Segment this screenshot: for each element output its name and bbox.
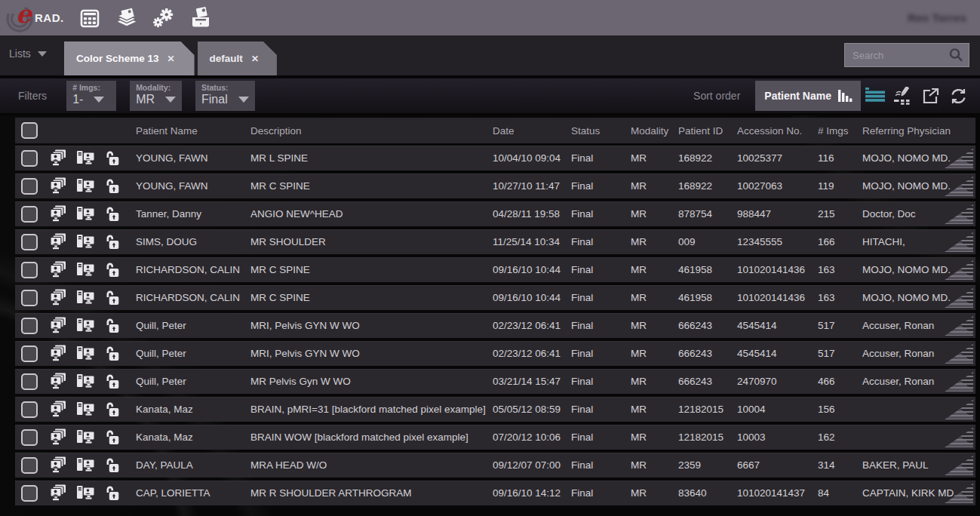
study-images-stack-icon[interactable] bbox=[44, 177, 71, 195]
studies-stack-icon[interactable] bbox=[115, 7, 138, 29]
workstation-viewer-icon[interactable] bbox=[71, 484, 99, 502]
workstation-viewer-icon[interactable] bbox=[71, 317, 99, 334]
column-header-description[interactable]: Description bbox=[250, 125, 493, 137]
column-header-status[interactable]: Status bbox=[571, 125, 631, 137]
study-images-stack-icon[interactable] bbox=[44, 149, 71, 167]
unlocked-icon[interactable] bbox=[99, 456, 124, 474]
row-checkbox[interactable] bbox=[21, 262, 38, 278]
unlocked-icon[interactable] bbox=[99, 317, 124, 334]
table-row[interactable]: YOUNG, FAWN MR C SPINE 10/27/10 11:47 Fi… bbox=[15, 174, 975, 198]
workstation-viewer-icon[interactable] bbox=[71, 373, 99, 390]
cell-description: ANGIO NEW^HEAD bbox=[250, 208, 493, 220]
study-images-stack-icon[interactable] bbox=[44, 317, 71, 334]
row-drag-grip-icon[interactable] bbox=[943, 400, 973, 419]
unlocked-icon[interactable] bbox=[99, 345, 124, 362]
import-bin-icon[interactable] bbox=[189, 7, 212, 29]
workstation-viewer-icon[interactable] bbox=[71, 456, 99, 474]
unlocked-icon[interactable] bbox=[99, 261, 124, 278]
row-checkbox[interactable] bbox=[21, 373, 38, 390]
table-row[interactable]: Quill, Peter MRI, Pelvis GYN W WO 02/23/… bbox=[15, 341, 975, 366]
workstation-viewer-icon[interactable] bbox=[71, 428, 99, 446]
sort-field-button[interactable]: Patient Name bbox=[755, 81, 861, 111]
study-images-stack-icon[interactable] bbox=[44, 289, 71, 306]
close-icon[interactable]: ✕ bbox=[167, 54, 175, 64]
table-row[interactable]: SIMS, DOUG MR SHOULDER 11/25/14 10:34 Fi… bbox=[15, 229, 975, 254]
close-icon[interactable]: ✕ bbox=[251, 54, 259, 64]
tab-color-scheme-13[interactable]: Color Scheme 13 ✕ bbox=[64, 41, 195, 75]
workstation-viewer-icon[interactable] bbox=[71, 261, 99, 278]
unlocked-icon[interactable] bbox=[99, 484, 124, 502]
row-checkbox[interactable] bbox=[21, 485, 38, 502]
cell-accession-no: 4545414 bbox=[737, 320, 818, 331]
study-images-stack-icon[interactable] bbox=[44, 373, 71, 390]
study-images-stack-icon[interactable] bbox=[44, 401, 71, 418]
row-checkbox[interactable] bbox=[21, 401, 38, 418]
workstation-viewer-icon[interactable] bbox=[71, 289, 99, 306]
filter-status-dropdown[interactable]: Status: Final bbox=[195, 81, 255, 111]
table-row[interactable]: RICHARDSON, CALIN MR C SPINE 09/16/10 10… bbox=[15, 257, 975, 282]
workstation-viewer-icon[interactable] bbox=[71, 149, 99, 167]
row-checkbox[interactable] bbox=[21, 234, 38, 250]
table-row[interactable]: Tanner, Danny ANGIO NEW^HEAD 04/28/11 19… bbox=[15, 201, 975, 226]
refresh-button[interactable] bbox=[945, 81, 972, 111]
study-images-stack-icon[interactable] bbox=[44, 345, 71, 362]
unlocked-icon[interactable] bbox=[99, 177, 124, 195]
row-checkbox[interactable] bbox=[21, 290, 38, 306]
study-images-stack-icon[interactable] bbox=[44, 484, 71, 502]
unlocked-icon[interactable] bbox=[99, 373, 124, 390]
table-row[interactable]: Kanata, Maz BRAIN WOW [blackford matched… bbox=[15, 425, 975, 450]
select-all-checkbox[interactable] bbox=[21, 122, 38, 139]
column-header-referring-physician[interactable]: Referring Physician bbox=[862, 125, 975, 137]
filter-num-imgs-dropdown[interactable]: # Imgs: 1- bbox=[66, 81, 116, 111]
study-images-stack-icon[interactable] bbox=[44, 428, 71, 446]
unlocked-icon[interactable] bbox=[99, 428, 124, 446]
column-header-patient-id[interactable]: Patient ID bbox=[678, 125, 737, 137]
unlocked-icon[interactable] bbox=[99, 149, 124, 167]
study-images-stack-icon[interactable] bbox=[44, 205, 71, 223]
search-input[interactable] bbox=[845, 50, 948, 61]
workstation-viewer-icon[interactable] bbox=[71, 177, 99, 195]
workstation-viewer-icon[interactable] bbox=[71, 401, 99, 418]
table-row[interactable]: Kanata, Maz BRAIN, pMRI=31 [blackford ma… bbox=[15, 397, 975, 422]
unlocked-icon[interactable] bbox=[99, 233, 124, 250]
column-header-num-imgs[interactable]: # Imgs bbox=[818, 125, 862, 137]
row-checkbox[interactable] bbox=[21, 429, 38, 446]
study-images-stack-icon[interactable] bbox=[44, 456, 71, 474]
study-images-stack-icon[interactable] bbox=[44, 233, 71, 250]
row-checkbox[interactable] bbox=[21, 206, 38, 223]
unlocked-icon[interactable] bbox=[99, 289, 124, 306]
column-header-modality[interactable]: Modality bbox=[631, 125, 678, 137]
row-drag-grip-icon[interactable] bbox=[943, 428, 973, 447]
filter-modality-dropdown[interactable]: Modality: MR bbox=[130, 81, 182, 111]
row-checkbox[interactable] bbox=[21, 346, 38, 362]
row-checkbox[interactable] bbox=[21, 457, 38, 474]
search-icon[interactable] bbox=[948, 47, 964, 63]
column-header-accession-no[interactable]: Accession No. bbox=[737, 125, 818, 137]
study-images-stack-icon[interactable] bbox=[44, 261, 71, 278]
row-checkbox[interactable] bbox=[21, 150, 38, 167]
chevron-down-icon bbox=[38, 51, 47, 57]
row-checkbox[interactable] bbox=[21, 178, 38, 195]
worklist-icon[interactable] bbox=[78, 7, 101, 29]
tab-default[interactable]: default ✕ bbox=[198, 41, 277, 75]
column-header-date[interactable]: Date bbox=[493, 125, 571, 137]
workstation-viewer-icon[interactable] bbox=[71, 345, 99, 362]
edit-layout-button[interactable] bbox=[889, 81, 917, 111]
table-row[interactable]: Quill, Peter MR Pelvis Gyn W WO 03/21/14… bbox=[15, 369, 975, 394]
settings-gears-icon[interactable] bbox=[152, 7, 175, 29]
export-button[interactable] bbox=[917, 81, 945, 111]
cell-status: Final bbox=[571, 152, 631, 164]
list-view-button[interactable] bbox=[861, 81, 889, 111]
lists-dropdown[interactable]: Lists bbox=[9, 48, 47, 60]
workstation-viewer-icon[interactable] bbox=[71, 233, 99, 250]
table-row[interactable]: CAP, LORIETTA MR R SHOULDER ARTHROGRAM 0… bbox=[15, 481, 975, 505]
unlocked-icon[interactable] bbox=[99, 205, 124, 223]
unlocked-icon[interactable] bbox=[99, 401, 124, 418]
table-row[interactable]: Quill, Peter MRI, Pelvis GYN W WO 02/23/… bbox=[15, 313, 975, 338]
row-checkbox[interactable] bbox=[21, 318, 38, 334]
column-header-patient-name[interactable]: Patient Name bbox=[136, 125, 250, 137]
table-row[interactable]: RICHARDSON, CALIN MR C SPINE 09/16/10 10… bbox=[15, 285, 975, 310]
table-row[interactable]: YOUNG, FAWN MR L SPINE 10/04/10 09:04 Fi… bbox=[15, 146, 975, 170]
table-row[interactable]: DAY, PAULA MRA HEAD W/O 09/12/07 07:00 F… bbox=[15, 453, 975, 478]
workstation-viewer-icon[interactable] bbox=[71, 205, 99, 223]
